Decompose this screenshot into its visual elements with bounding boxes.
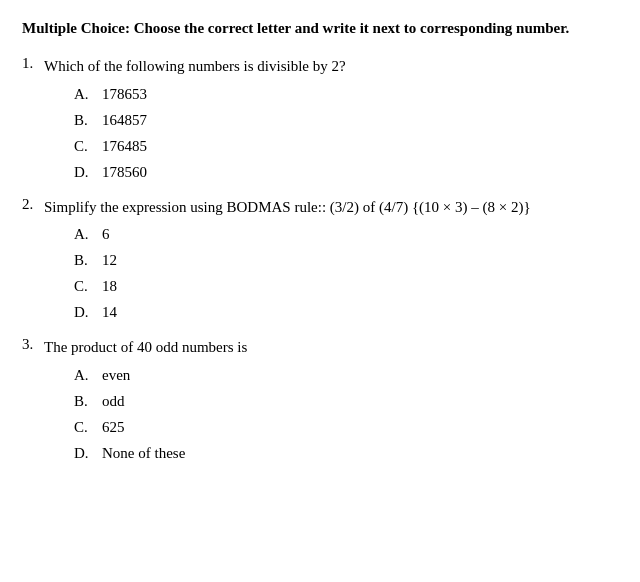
option-row-2-1: A.6 [74, 222, 618, 246]
option-letter-1-3: C. [74, 134, 102, 158]
option-row-2-3: C.18 [74, 274, 618, 298]
options-block-1: A.178653B.164857C.176485D.178560 [74, 82, 618, 184]
option-text-2-4: 14 [102, 300, 117, 324]
option-text-3-1: even [102, 363, 130, 387]
option-text-1-4: 178560 [102, 160, 147, 184]
question-block-3: 3.The product of 40 odd numbers isA.even… [22, 336, 618, 465]
option-letter-2-1: A. [74, 222, 102, 246]
option-text-2-3: 18 [102, 274, 117, 298]
question-number-1: 1. [22, 55, 44, 72]
options-block-2: A.6B.12C.18D.14 [74, 222, 618, 324]
question-number-3: 3. [22, 336, 44, 353]
option-row-2-2: B.12 [74, 248, 618, 272]
option-row-3-4: D.None of these [74, 441, 618, 465]
option-row-3-1: A.even [74, 363, 618, 387]
option-letter-1-4: D. [74, 160, 102, 184]
option-text-3-4: None of these [102, 441, 185, 465]
question-line-1: 1.Which of the following numbers is divi… [22, 55, 618, 78]
option-row-1-3: C.176485 [74, 134, 618, 158]
question-text-2: Simplify the expression using BODMAS rul… [44, 196, 531, 219]
option-row-1-2: B.164857 [74, 108, 618, 132]
option-row-3-2: B.odd [74, 389, 618, 413]
option-text-2-1: 6 [102, 222, 110, 246]
option-letter-3-1: A. [74, 363, 102, 387]
page-container: Multiple Choice: Choose the correct lett… [22, 18, 618, 465]
option-letter-3-2: B. [74, 389, 102, 413]
questions-list: 1.Which of the following numbers is divi… [22, 55, 618, 465]
option-letter-1-1: A. [74, 82, 102, 106]
option-letter-3-3: C. [74, 415, 102, 439]
option-row-1-1: A.178653 [74, 82, 618, 106]
question-text-3: The product of 40 odd numbers is [44, 336, 247, 359]
option-text-3-2: odd [102, 389, 125, 413]
option-row-1-4: D.178560 [74, 160, 618, 184]
option-row-3-3: C.625 [74, 415, 618, 439]
option-letter-2-2: B. [74, 248, 102, 272]
question-number-2: 2. [22, 196, 44, 213]
option-text-1-1: 178653 [102, 82, 147, 106]
question-block-2: 2.Simplify the expression using BODMAS r… [22, 196, 618, 325]
question-line-2: 2.Simplify the expression using BODMAS r… [22, 196, 618, 219]
question-text-1: Which of the following numbers is divisi… [44, 55, 346, 78]
option-letter-2-4: D. [74, 300, 102, 324]
option-row-2-4: D.14 [74, 300, 618, 324]
option-letter-2-3: C. [74, 274, 102, 298]
option-text-2-2: 12 [102, 248, 117, 272]
question-block-1: 1.Which of the following numbers is divi… [22, 55, 618, 184]
page-header: Multiple Choice: Choose the correct lett… [22, 18, 618, 39]
option-text-1-2: 164857 [102, 108, 147, 132]
question-line-3: 3.The product of 40 odd numbers is [22, 336, 618, 359]
option-text-3-3: 625 [102, 415, 125, 439]
option-letter-1-2: B. [74, 108, 102, 132]
option-letter-3-4: D. [74, 441, 102, 465]
options-block-3: A.evenB.oddC.625D.None of these [74, 363, 618, 465]
option-text-1-3: 176485 [102, 134, 147, 158]
